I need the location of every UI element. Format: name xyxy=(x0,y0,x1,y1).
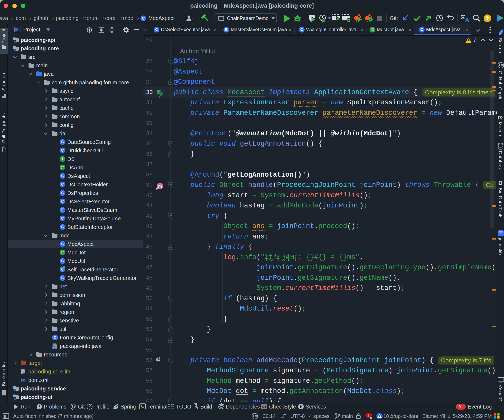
svg-text:J: J xyxy=(53,346,54,349)
svg-text:A: A xyxy=(465,17,469,23)
svg-text:m: m xyxy=(158,184,162,188)
